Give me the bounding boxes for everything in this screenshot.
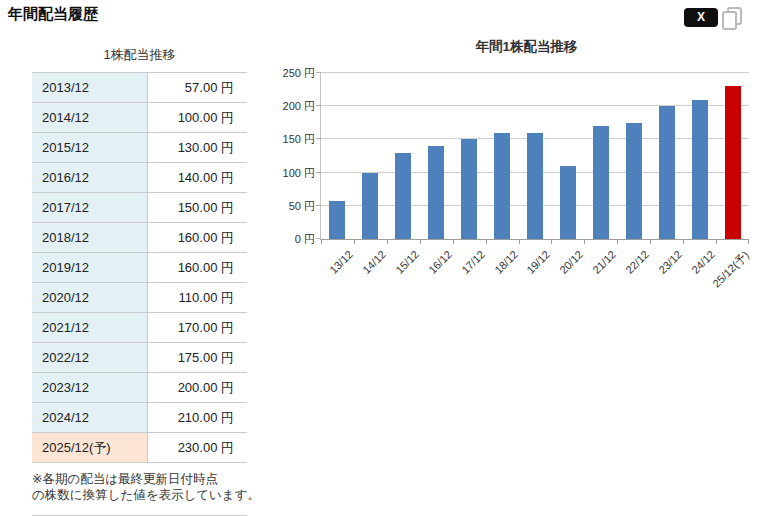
x-label-slot: 20/12 bbox=[550, 240, 583, 304]
bar-slot bbox=[617, 73, 650, 239]
dividend-value-cell: 200.00 円 bbox=[148, 373, 247, 402]
dividend-value-cell: 150.00 円 bbox=[148, 193, 247, 222]
x-label-slot: 25/12(予) bbox=[715, 240, 748, 304]
period-cell: 2016/12 bbox=[32, 163, 148, 192]
period-cell: 2013/12 bbox=[32, 73, 148, 102]
x-label-slot: 18/12 bbox=[485, 240, 518, 304]
x-share-button[interactable]: X bbox=[684, 8, 718, 27]
x-label-slot: 22/12 bbox=[616, 240, 649, 304]
bar-slot bbox=[354, 73, 387, 239]
period-cell: 2021/12 bbox=[32, 313, 148, 342]
period-cell: 2018/12 bbox=[32, 223, 148, 252]
x-label-slot: 14/12 bbox=[353, 240, 386, 304]
period-cell: 2014/12 bbox=[32, 103, 148, 132]
dividend-value-cell: 140.00 円 bbox=[148, 163, 247, 192]
bar-25/12(予) bbox=[725, 86, 741, 239]
bar-15/12 bbox=[395, 153, 411, 239]
x-axis-label: 13/12 bbox=[327, 248, 355, 276]
bar-23/12 bbox=[659, 106, 675, 239]
chart-x-axis-labels: 13/1214/1215/1216/1217/1218/1219/1220/12… bbox=[320, 240, 748, 304]
x-axis-label: 17/12 bbox=[459, 248, 487, 276]
table-row: 2024/12210.00 円 bbox=[32, 402, 247, 432]
x-share-label: X bbox=[697, 10, 705, 24]
x-axis-label: 20/12 bbox=[557, 248, 585, 276]
bar-19/12 bbox=[527, 133, 543, 239]
dividend-value-cell: 175.00 円 bbox=[148, 343, 247, 372]
dividend-value-cell: 170.00 円 bbox=[148, 313, 247, 342]
dividend-value-cell: 230.00 円 bbox=[148, 433, 247, 462]
table-row: 2025/12(予)230.00 円 bbox=[32, 432, 247, 462]
dividend-value-cell: 100.00 円 bbox=[148, 103, 247, 132]
x-axis-label: 15/12 bbox=[393, 248, 421, 276]
bar-slot bbox=[519, 73, 552, 239]
table-row: 2017/12150.00 円 bbox=[32, 192, 247, 222]
x-axis-label: 19/12 bbox=[525, 248, 553, 276]
table-row: 2020/12110.00 円 bbox=[32, 282, 247, 312]
table-row: 2015/12130.00 円 bbox=[32, 132, 247, 162]
dividend-value-cell: 110.00 円 bbox=[148, 283, 247, 312]
annual-dividend-history-panel: 年間配当履歴 X 1株配当推移 2013/1257.00 円2014/12100… bbox=[0, 0, 769, 516]
period-cell: 2022/12 bbox=[32, 343, 148, 372]
dividend-table-footnote: ※各期の配当は最終更新日付時点の株数に換算した値を表示しています。 bbox=[32, 472, 277, 503]
chart-title: 年間1株配当推移 bbox=[288, 38, 765, 56]
x-axis-label: 16/12 bbox=[426, 248, 454, 276]
bar-22/12 bbox=[626, 123, 642, 239]
x-axis-label: 23/12 bbox=[656, 248, 684, 276]
dividend-value-cell: 160.00 円 bbox=[148, 223, 247, 252]
y-axis-label: 200 円 bbox=[279, 99, 315, 114]
bar-slot bbox=[486, 73, 519, 239]
x-axis-tick bbox=[748, 240, 749, 244]
footnote-line: ※各期の配当は最終更新日付時点 bbox=[32, 472, 277, 488]
page-title: 年間配当履歴 bbox=[8, 5, 98, 24]
x-axis-label: 22/12 bbox=[623, 248, 651, 276]
table-row: 2016/12140.00 円 bbox=[32, 162, 247, 192]
dividend-table-panel: 1株配当推移 2013/1257.00 円2014/12100.00 円2015… bbox=[32, 40, 247, 516]
bar-18/12 bbox=[494, 133, 510, 239]
table-row: 2019/12160.00 円 bbox=[32, 252, 247, 282]
copy-icon[interactable] bbox=[722, 7, 742, 30]
period-cell: 2015/12 bbox=[32, 133, 148, 162]
x-label-slot: 19/12 bbox=[518, 240, 551, 304]
dividend-value-cell: 210.00 円 bbox=[148, 403, 247, 432]
bar-slot bbox=[551, 73, 584, 239]
x-label-slot: 15/12 bbox=[386, 240, 419, 304]
bar-slot bbox=[321, 73, 354, 239]
period-cell: 2019/12 bbox=[32, 253, 148, 282]
y-axis-label: 150 円 bbox=[279, 132, 315, 147]
bar-slot bbox=[650, 73, 683, 239]
x-label-slot: 24/12 bbox=[682, 240, 715, 304]
x-axis-label: 25/12(予) bbox=[709, 248, 752, 291]
copy-icon-front-sheet bbox=[722, 11, 737, 30]
table-row: 2018/12160.00 円 bbox=[32, 222, 247, 252]
x-label-slot: 13/12 bbox=[320, 240, 353, 304]
x-axis-label: 18/12 bbox=[492, 248, 520, 276]
bar-24/12 bbox=[692, 100, 708, 239]
bar-slot bbox=[453, 73, 486, 239]
bar-slot bbox=[387, 73, 420, 239]
bar-slot bbox=[716, 73, 749, 239]
footnote-line: の株数に換算した値を表示しています。 bbox=[32, 488, 277, 504]
table-row: 2022/12175.00 円 bbox=[32, 342, 247, 372]
table-row: 2023/12200.00 円 bbox=[32, 372, 247, 402]
period-cell: 2017/12 bbox=[32, 193, 148, 222]
dividend-bar-chart: 年間1株配当推移 0 円50 円100 円150 円200 円250 円 13/… bbox=[288, 36, 765, 308]
bar-slot bbox=[584, 73, 617, 239]
x-label-slot: 21/12 bbox=[583, 240, 616, 304]
y-axis-label: 250 円 bbox=[279, 66, 315, 81]
period-cell: 2025/12(予) bbox=[32, 433, 148, 462]
table-row: 2014/12100.00 円 bbox=[32, 102, 247, 132]
x-label-slot: 17/12 bbox=[452, 240, 485, 304]
table-row: 2021/12170.00 円 bbox=[32, 312, 247, 342]
bar-13/12 bbox=[329, 201, 345, 239]
x-label-slot: 23/12 bbox=[649, 240, 682, 304]
x-label-slot: 16/12 bbox=[419, 240, 452, 304]
dividend-table: 2013/1257.00 円2014/12100.00 円2015/12130.… bbox=[32, 72, 247, 463]
table-row: 2013/1257.00 円 bbox=[32, 72, 247, 102]
y-axis-label: 100 円 bbox=[279, 165, 315, 180]
dividend-value-cell: 160.00 円 bbox=[148, 253, 247, 282]
y-axis-label: 0 円 bbox=[279, 232, 315, 247]
bar-21/12 bbox=[593, 126, 609, 239]
dividend-value-cell: 57.00 円 bbox=[148, 73, 247, 102]
bar-slot bbox=[420, 73, 453, 239]
chart-plot-area: 0 円50 円100 円150 円200 円250 円 bbox=[320, 73, 749, 240]
